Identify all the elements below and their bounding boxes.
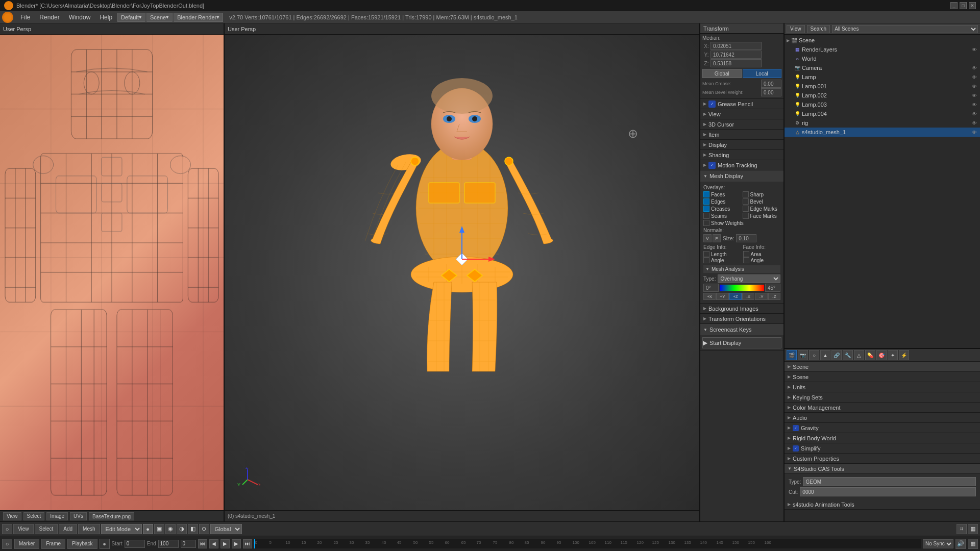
wireframe-shading-btn[interactable]: ▣ <box>154 524 164 534</box>
mesh-visibility[interactable]: 👁 <box>971 129 978 136</box>
bottom-custom-props-section[interactable]: ▶ Custom Properties <box>785 454 980 464</box>
particles-btn[interactable]: ✦ <box>888 350 898 360</box>
screencast-header[interactable]: ▼ Screencast Keys <box>700 324 783 335</box>
physics-btn[interactable]: ⚡ <box>899 350 909 360</box>
close-button[interactable]: ✕ <box>969 2 976 9</box>
mean-bevel-input[interactable] <box>761 88 781 96</box>
scene-tree-lamp002[interactable]: 💡 Lamp.002 👁 <box>785 91 980 100</box>
solid-shading-btn[interactable]: ● <box>143 524 153 534</box>
minus-y-btn[interactable]: -Y <box>755 293 767 300</box>
layer-btn[interactable]: ▦ <box>968 524 978 534</box>
uv-select-btn[interactable]: Select <box>23 512 45 520</box>
menu-file[interactable]: File <box>16 13 34 22</box>
jump-start-btn[interactable]: ⏮ <box>198 539 207 548</box>
edges-checkbox[interactable] <box>703 198 709 205</box>
nla-btn[interactable]: ▦ <box>968 539 978 549</box>
renderlayers-visibility[interactable]: 👁 <box>971 46 978 53</box>
bottom-rigidbody-section[interactable]: ▶ Rigid Body World <box>785 433 980 443</box>
constraints-btn[interactable]: 🔗 <box>831 350 842 360</box>
all-scenes-select[interactable]: All Scenes <box>832 25 978 33</box>
menu-render[interactable]: Render <box>35 13 63 22</box>
mode-selector[interactable]: Edit Mode <box>101 524 142 534</box>
prev-frame-btn[interactable]: ◀ <box>209 539 218 548</box>
add-menu-btn[interactable]: Add <box>59 524 77 534</box>
area-checkbox[interactable] <box>743 251 749 257</box>
select-menu-btn[interactable]: Select <box>35 524 58 534</box>
scene-tree-camera[interactable]: 📷 Camera 👁 <box>785 63 980 72</box>
minus-z-btn[interactable]: -Z <box>768 293 780 300</box>
normal-size-input[interactable] <box>736 234 756 242</box>
edge-marks-checkbox[interactable] <box>743 206 749 212</box>
cas-type-input[interactable] <box>803 477 976 486</box>
face-marks-checkbox[interactable] <box>743 213 749 219</box>
scene-tree-lamp[interactable]: 💡 Lamp 👁 <box>785 72 980 82</box>
grease-pencil-section[interactable]: ▶ ✓ Grease Pencil <box>700 99 783 109</box>
scene-tree-lamp001[interactable]: 💡 Lamp.001 👁 <box>785 82 980 91</box>
bottom-keying-section[interactable]: ▶ Keying Sets <box>785 392 980 403</box>
object-props-btn[interactable]: ▲ <box>820 350 830 360</box>
minimize-button[interactable]: _ <box>950 2 958 9</box>
pivot-btn[interactable]: ⊙ <box>199 524 209 534</box>
plus-z-btn[interactable]: +Z <box>729 293 742 300</box>
view-scene-btn[interactable]: View <box>787 25 805 33</box>
window-controls[interactable]: _ □ ✕ <box>950 2 976 9</box>
bottom-gravity-section[interactable]: ▶ ✓ Gravity <box>785 423 980 433</box>
texture-shading-btn[interactable]: ◧ <box>188 524 198 534</box>
uv-uvs-btn[interactable]: UVs <box>70 512 87 520</box>
scene-tree-renderlayers[interactable]: ▦ RenderLayers 👁 <box>785 45 980 54</box>
jump-end-btn[interactable]: ⏭ <box>243 539 252 548</box>
lamp001-visibility[interactable]: 👁 <box>971 83 978 90</box>
audio-sync-btn[interactable]: 🔊 <box>955 539 966 549</box>
mesh-menu-btn[interactable]: Mesh <box>78 524 100 534</box>
search-btn[interactable]: Search <box>807 25 830 33</box>
global-btn[interactable]: Global <box>702 69 742 78</box>
edge-angle-checkbox[interactable] <box>703 257 709 263</box>
sharp-checkbox[interactable] <box>743 191 749 197</box>
gravity-checkbox[interactable]: ✓ <box>793 425 799 431</box>
creases-checkbox[interactable] <box>703 206 709 212</box>
s4studio-anim-section[interactable]: ▶ s4studio Animation Tools <box>785 499 980 510</box>
shading-section[interactable]: ▶ Shading <box>700 150 783 160</box>
uv-view-btn[interactable]: View <box>3 512 21 520</box>
data-props-btn[interactable]: △ <box>854 350 864 360</box>
timeline-playback-btn[interactable]: Playback <box>67 539 97 549</box>
next-frame-btn[interactable]: ▶ <box>232 539 241 548</box>
grease-pencil-checkbox[interactable]: ✓ <box>708 101 716 108</box>
plus-x-btn[interactable]: +X <box>703 293 716 300</box>
playback-record-btn[interactable]: ● <box>100 539 110 549</box>
material-btn[interactable]: 💊 <box>865 350 875 360</box>
viewport-type-btn[interactable]: ○ <box>2 524 12 534</box>
view-section[interactable]: ▶ View <box>700 109 783 119</box>
menu-window[interactable]: Window <box>65 13 95 22</box>
mean-crease-input[interactable] <box>761 80 781 88</box>
motion-tracking-section[interactable]: ▶ ✓ Motion Tracking <box>700 160 783 170</box>
scene-tree-mesh[interactable]: △ s4studio_mesh_1 👁 <box>785 128 980 137</box>
range2-input[interactable] <box>765 284 780 292</box>
sync-mode-select[interactable]: No Sync <box>923 539 953 548</box>
current-frame-input[interactable] <box>181 540 196 548</box>
lamp003-visibility[interactable]: 👁 <box>971 101 978 108</box>
local-btn[interactable]: Local <box>743 69 782 78</box>
renderer-button[interactable]: Blender Render ▾ <box>174 13 223 22</box>
z-input[interactable] <box>710 59 762 67</box>
lamp004-visibility[interactable]: 👁 <box>971 110 978 117</box>
scene-tree-lamp004[interactable]: 💡 Lamp.004 👁 <box>785 109 980 118</box>
camera-props-btn[interactable]: 📷 <box>798 350 808 360</box>
viewport-canvas[interactable]: ⊕ ⊕ X Y Z <box>225 35 699 510</box>
timeline-frame-btn[interactable]: Frame <box>41 539 65 549</box>
onion-skin-btn[interactable]: ⌗ <box>957 524 967 534</box>
world-props-btn[interactable]: ○ <box>809 350 819 360</box>
uv-image-btn[interactable]: Image <box>46 512 68 520</box>
length-checkbox[interactable] <box>703 251 709 257</box>
vertex-normal-btn[interactable]: V <box>703 234 712 242</box>
mesh-display-header[interactable]: ▼ Mesh Display <box>700 170 783 182</box>
bevel-checkbox[interactable] <box>743 198 749 205</box>
timeline-marker-btn[interactable]: Marker <box>14 539 39 549</box>
timeline-ruler[interactable]: 0 5 10 15 20 25 30 35 40 45 50 55 60 65 … <box>254 539 921 548</box>
modifiers-btn[interactable]: 🔧 <box>843 350 853 360</box>
bottom-color-section[interactable]: ▶ Color Management <box>785 403 980 413</box>
bottom-scene-section[interactable]: ▶ Scene <box>785 372 980 382</box>
display-section[interactable]: ▶ Display <box>700 140 783 150</box>
bottom-units-section[interactable]: ▶ Units <box>785 382 980 392</box>
range1-input[interactable] <box>703 284 719 292</box>
